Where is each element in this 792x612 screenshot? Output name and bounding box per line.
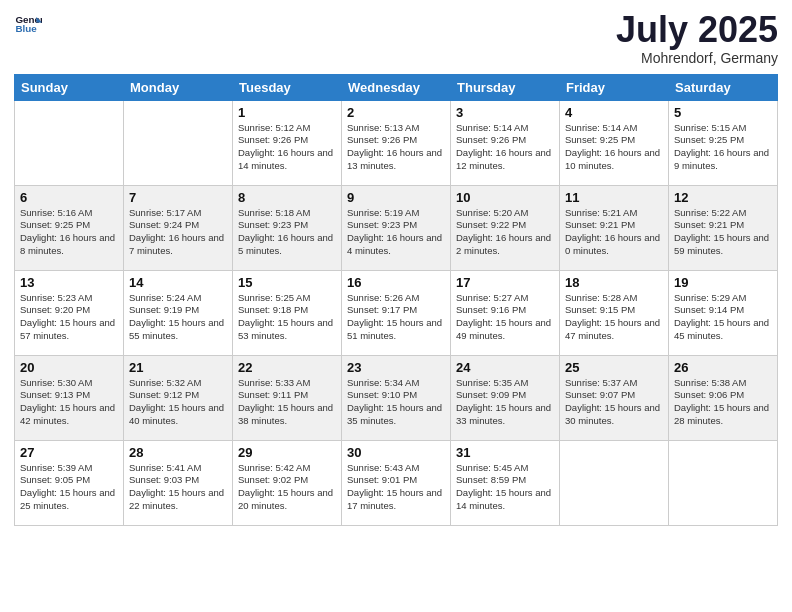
calendar-cell: 28Sunrise: 5:41 AM Sunset: 9:03 PM Dayli… bbox=[124, 440, 233, 525]
day-number: 14 bbox=[129, 275, 227, 290]
calendar-cell bbox=[124, 100, 233, 185]
calendar-week-5: 27Sunrise: 5:39 AM Sunset: 9:05 PM Dayli… bbox=[15, 440, 778, 525]
calendar-cell: 18Sunrise: 5:28 AM Sunset: 9:15 PM Dayli… bbox=[560, 270, 669, 355]
day-number: 6 bbox=[20, 190, 118, 205]
calendar-cell: 22Sunrise: 5:33 AM Sunset: 9:11 PM Dayli… bbox=[233, 355, 342, 440]
day-info: Sunrise: 5:37 AM Sunset: 9:07 PM Dayligh… bbox=[565, 377, 663, 428]
day-info: Sunrise: 5:13 AM Sunset: 9:26 PM Dayligh… bbox=[347, 122, 445, 173]
day-info: Sunrise: 5:33 AM Sunset: 9:11 PM Dayligh… bbox=[238, 377, 336, 428]
calendar-header-row: SundayMondayTuesdayWednesdayThursdayFrid… bbox=[15, 74, 778, 100]
logo: General Blue bbox=[14, 10, 44, 38]
day-info: Sunrise: 5:38 AM Sunset: 9:06 PM Dayligh… bbox=[674, 377, 772, 428]
day-number: 9 bbox=[347, 190, 445, 205]
calendar-cell bbox=[560, 440, 669, 525]
day-info: Sunrise: 5:17 AM Sunset: 9:24 PM Dayligh… bbox=[129, 207, 227, 258]
day-info: Sunrise: 5:27 AM Sunset: 9:16 PM Dayligh… bbox=[456, 292, 554, 343]
day-number: 17 bbox=[456, 275, 554, 290]
calendar-week-2: 6Sunrise: 5:16 AM Sunset: 9:25 PM Daylig… bbox=[15, 185, 778, 270]
day-info: Sunrise: 5:24 AM Sunset: 9:19 PM Dayligh… bbox=[129, 292, 227, 343]
day-number: 25 bbox=[565, 360, 663, 375]
svg-text:Blue: Blue bbox=[15, 23, 37, 34]
day-info: Sunrise: 5:35 AM Sunset: 9:09 PM Dayligh… bbox=[456, 377, 554, 428]
logo-icon: General Blue bbox=[14, 10, 42, 38]
day-number: 13 bbox=[20, 275, 118, 290]
day-number: 24 bbox=[456, 360, 554, 375]
day-number: 2 bbox=[347, 105, 445, 120]
day-header-sunday: Sunday bbox=[15, 74, 124, 100]
calendar-cell: 1Sunrise: 5:12 AM Sunset: 9:26 PM Daylig… bbox=[233, 100, 342, 185]
day-number: 5 bbox=[674, 105, 772, 120]
page-header: General Blue July 2025 Mohrendorf, Germa… bbox=[14, 10, 778, 66]
day-header-wednesday: Wednesday bbox=[342, 74, 451, 100]
calendar-cell: 26Sunrise: 5:38 AM Sunset: 9:06 PM Dayli… bbox=[669, 355, 778, 440]
day-number: 28 bbox=[129, 445, 227, 460]
day-info: Sunrise: 5:14 AM Sunset: 9:26 PM Dayligh… bbox=[456, 122, 554, 173]
day-number: 11 bbox=[565, 190, 663, 205]
day-number: 26 bbox=[674, 360, 772, 375]
calendar-cell: 15Sunrise: 5:25 AM Sunset: 9:18 PM Dayli… bbox=[233, 270, 342, 355]
calendar-cell: 10Sunrise: 5:20 AM Sunset: 9:22 PM Dayli… bbox=[451, 185, 560, 270]
day-info: Sunrise: 5:18 AM Sunset: 9:23 PM Dayligh… bbox=[238, 207, 336, 258]
day-info: Sunrise: 5:45 AM Sunset: 8:59 PM Dayligh… bbox=[456, 462, 554, 513]
day-number: 4 bbox=[565, 105, 663, 120]
day-info: Sunrise: 5:43 AM Sunset: 9:01 PM Dayligh… bbox=[347, 462, 445, 513]
day-number: 3 bbox=[456, 105, 554, 120]
calendar-cell: 25Sunrise: 5:37 AM Sunset: 9:07 PM Dayli… bbox=[560, 355, 669, 440]
calendar-week-4: 20Sunrise: 5:30 AM Sunset: 9:13 PM Dayli… bbox=[15, 355, 778, 440]
day-info: Sunrise: 5:32 AM Sunset: 9:12 PM Dayligh… bbox=[129, 377, 227, 428]
day-info: Sunrise: 5:39 AM Sunset: 9:05 PM Dayligh… bbox=[20, 462, 118, 513]
day-info: Sunrise: 5:42 AM Sunset: 9:02 PM Dayligh… bbox=[238, 462, 336, 513]
calendar-table: SundayMondayTuesdayWednesdayThursdayFrid… bbox=[14, 74, 778, 526]
day-info: Sunrise: 5:25 AM Sunset: 9:18 PM Dayligh… bbox=[238, 292, 336, 343]
day-number: 12 bbox=[674, 190, 772, 205]
day-number: 19 bbox=[674, 275, 772, 290]
calendar-page: General Blue July 2025 Mohrendorf, Germa… bbox=[0, 0, 792, 612]
day-info: Sunrise: 5:26 AM Sunset: 9:17 PM Dayligh… bbox=[347, 292, 445, 343]
day-number: 18 bbox=[565, 275, 663, 290]
day-info: Sunrise: 5:12 AM Sunset: 9:26 PM Dayligh… bbox=[238, 122, 336, 173]
calendar-cell: 11Sunrise: 5:21 AM Sunset: 9:21 PM Dayli… bbox=[560, 185, 669, 270]
day-info: Sunrise: 5:41 AM Sunset: 9:03 PM Dayligh… bbox=[129, 462, 227, 513]
calendar-cell: 27Sunrise: 5:39 AM Sunset: 9:05 PM Dayli… bbox=[15, 440, 124, 525]
day-info: Sunrise: 5:22 AM Sunset: 9:21 PM Dayligh… bbox=[674, 207, 772, 258]
calendar-cell: 9Sunrise: 5:19 AM Sunset: 9:23 PM Daylig… bbox=[342, 185, 451, 270]
day-info: Sunrise: 5:14 AM Sunset: 9:25 PM Dayligh… bbox=[565, 122, 663, 173]
calendar-cell: 20Sunrise: 5:30 AM Sunset: 9:13 PM Dayli… bbox=[15, 355, 124, 440]
title-block: July 2025 Mohrendorf, Germany bbox=[616, 10, 778, 66]
day-info: Sunrise: 5:28 AM Sunset: 9:15 PM Dayligh… bbox=[565, 292, 663, 343]
day-info: Sunrise: 5:34 AM Sunset: 9:10 PM Dayligh… bbox=[347, 377, 445, 428]
day-number: 15 bbox=[238, 275, 336, 290]
day-info: Sunrise: 5:20 AM Sunset: 9:22 PM Dayligh… bbox=[456, 207, 554, 258]
day-number: 10 bbox=[456, 190, 554, 205]
calendar-cell: 12Sunrise: 5:22 AM Sunset: 9:21 PM Dayli… bbox=[669, 185, 778, 270]
calendar-cell: 8Sunrise: 5:18 AM Sunset: 9:23 PM Daylig… bbox=[233, 185, 342, 270]
day-info: Sunrise: 5:19 AM Sunset: 9:23 PM Dayligh… bbox=[347, 207, 445, 258]
location: Mohrendorf, Germany bbox=[616, 50, 778, 66]
day-number: 16 bbox=[347, 275, 445, 290]
calendar-cell: 23Sunrise: 5:34 AM Sunset: 9:10 PM Dayli… bbox=[342, 355, 451, 440]
day-header-saturday: Saturday bbox=[669, 74, 778, 100]
day-info: Sunrise: 5:15 AM Sunset: 9:25 PM Dayligh… bbox=[674, 122, 772, 173]
calendar-cell: 7Sunrise: 5:17 AM Sunset: 9:24 PM Daylig… bbox=[124, 185, 233, 270]
day-number: 8 bbox=[238, 190, 336, 205]
calendar-cell: 30Sunrise: 5:43 AM Sunset: 9:01 PM Dayli… bbox=[342, 440, 451, 525]
calendar-cell: 16Sunrise: 5:26 AM Sunset: 9:17 PM Dayli… bbox=[342, 270, 451, 355]
day-number: 21 bbox=[129, 360, 227, 375]
calendar-cell: 21Sunrise: 5:32 AM Sunset: 9:12 PM Dayli… bbox=[124, 355, 233, 440]
calendar-cell: 17Sunrise: 5:27 AM Sunset: 9:16 PM Dayli… bbox=[451, 270, 560, 355]
calendar-cell: 4Sunrise: 5:14 AM Sunset: 9:25 PM Daylig… bbox=[560, 100, 669, 185]
calendar-cell: 29Sunrise: 5:42 AM Sunset: 9:02 PM Dayli… bbox=[233, 440, 342, 525]
day-info: Sunrise: 5:30 AM Sunset: 9:13 PM Dayligh… bbox=[20, 377, 118, 428]
calendar-cell bbox=[669, 440, 778, 525]
day-number: 31 bbox=[456, 445, 554, 460]
calendar-cell: 31Sunrise: 5:45 AM Sunset: 8:59 PM Dayli… bbox=[451, 440, 560, 525]
day-header-thursday: Thursday bbox=[451, 74, 560, 100]
calendar-cell: 3Sunrise: 5:14 AM Sunset: 9:26 PM Daylig… bbox=[451, 100, 560, 185]
calendar-week-3: 13Sunrise: 5:23 AM Sunset: 9:20 PM Dayli… bbox=[15, 270, 778, 355]
day-number: 23 bbox=[347, 360, 445, 375]
calendar-cell: 14Sunrise: 5:24 AM Sunset: 9:19 PM Dayli… bbox=[124, 270, 233, 355]
calendar-week-1: 1Sunrise: 5:12 AM Sunset: 9:26 PM Daylig… bbox=[15, 100, 778, 185]
calendar-cell: 5Sunrise: 5:15 AM Sunset: 9:25 PM Daylig… bbox=[669, 100, 778, 185]
day-number: 20 bbox=[20, 360, 118, 375]
calendar-cell: 24Sunrise: 5:35 AM Sunset: 9:09 PM Dayli… bbox=[451, 355, 560, 440]
